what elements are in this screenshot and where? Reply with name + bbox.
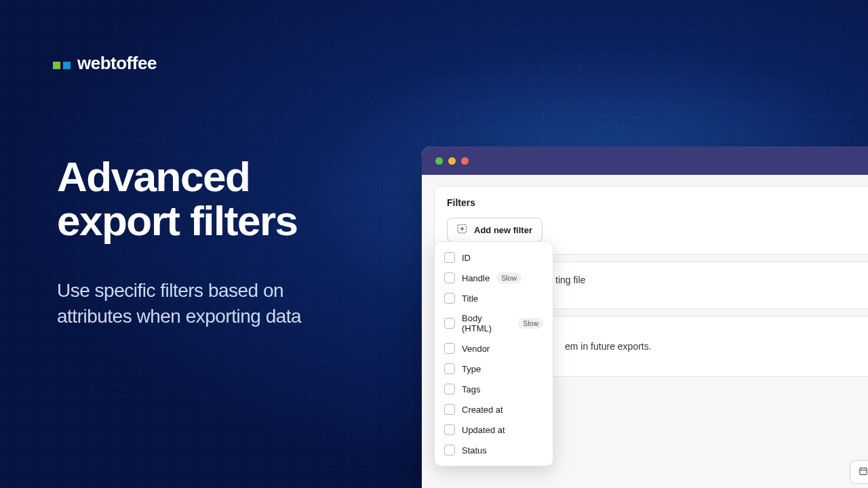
filter-option-label: Type: [462, 364, 481, 374]
filter-option[interactable]: Body (HTML)Slow: [435, 308, 553, 338]
checkbox-icon[interactable]: [444, 445, 455, 455]
checkbox-icon[interactable]: [444, 272, 455, 283]
checkbox-icon[interactable]: [444, 363, 455, 374]
filter-option-label: Status: [462, 445, 487, 455]
checkbox-icon[interactable]: [444, 318, 455, 329]
brand-logo: webtoffee: [53, 53, 157, 74]
traffic-light-max-icon[interactable]: [461, 157, 469, 165]
slow-badge: Slow: [496, 272, 521, 283]
brand-name: webtoffee: [77, 53, 157, 74]
filter-option-label: Created at: [462, 405, 503, 415]
calendar-icon: [859, 466, 868, 478]
filter-option[interactable]: Status: [435, 440, 553, 460]
filter-option[interactable]: Updated at: [435, 420, 553, 440]
filter-option-label: Vendor: [462, 344, 490, 354]
filter-option-label: Handle: [462, 273, 490, 283]
checkbox-icon[interactable]: [444, 252, 455, 263]
checkbox-icon[interactable]: [444, 293, 455, 304]
checkbox-icon[interactable]: [444, 384, 455, 394]
add-filter-button[interactable]: Add new filter: [447, 218, 542, 242]
filter-option-label: Tags: [462, 384, 480, 394]
filter-option[interactable]: Title: [435, 288, 553, 308]
filter-option[interactable]: Type: [435, 359, 553, 379]
app-window: Filters Add new filter ting file em in f…: [422, 146, 868, 488]
partial-text-1: ting file: [555, 274, 585, 285]
hero-subtitle: Use specific filters based on attributes…: [57, 278, 301, 329]
partial-text-2: em in future exports.: [565, 341, 652, 352]
window-titlebar: [422, 146, 868, 175]
add-filter-icon: [457, 224, 467, 236]
filter-option[interactable]: ID: [435, 247, 553, 268]
filter-option-label: Updated at: [462, 425, 505, 435]
slow-badge: Slow: [518, 318, 543, 329]
traffic-light-close-icon[interactable]: [435, 157, 443, 165]
filter-option-label: Title: [462, 293, 478, 304]
checkbox-icon[interactable]: [444, 404, 455, 415]
hero-title-line2: export filters: [57, 199, 298, 243]
filter-option-label: ID: [462, 253, 471, 263]
checkbox-icon[interactable]: [444, 343, 455, 354]
filter-option[interactable]: HandleSlow: [435, 268, 553, 288]
add-filter-label: Add new filter: [474, 225, 532, 235]
traffic-light-min-icon[interactable]: [448, 157, 456, 165]
filter-dropdown: IDHandleSlowTitleBody (HTML)SlowVendorTy…: [434, 241, 553, 466]
filter-option[interactable]: Created at: [435, 399, 553, 420]
checkbox-icon[interactable]: [444, 424, 455, 435]
filter-option-label: Body (HTML): [462, 313, 511, 333]
schedule-button[interactable]: Sc: [850, 460, 868, 484]
filters-title: Filters: [447, 197, 868, 208]
hero-title: Advanced export filters: [57, 155, 298, 243]
hero-sub-line2: attributes when exporting data: [57, 304, 301, 329]
filter-option[interactable]: Vendor: [435, 338, 553, 359]
logo-icon: [53, 58, 71, 69]
hero-sub-line1: Use specific filters based on: [57, 278, 301, 304]
hero-title-line1: Advanced: [57, 155, 298, 199]
svg-rect-3: [860, 468, 867, 475]
filter-option[interactable]: Tags: [435, 379, 553, 399]
